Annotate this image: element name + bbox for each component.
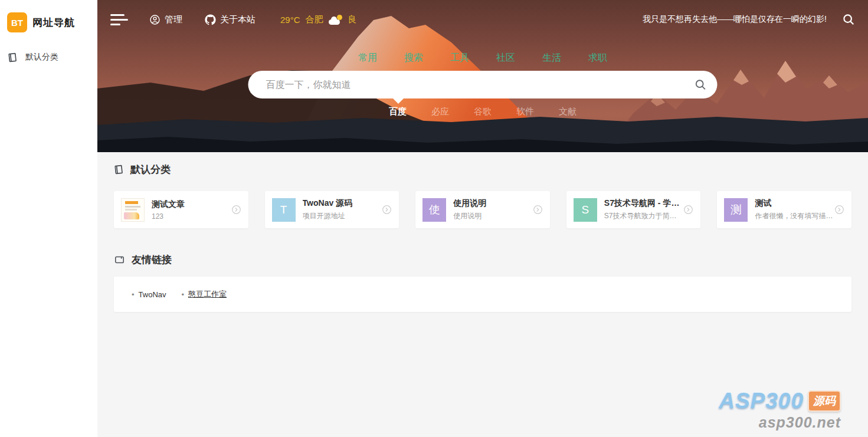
hitokoto-motto: 我只是不想再失去他——哪怕是仅存在一瞬的幻影! xyxy=(643,14,827,25)
weather-city: 合肥 xyxy=(306,14,323,25)
tab-shenghuo[interactable]: 生活 xyxy=(542,52,561,64)
github-icon xyxy=(205,14,216,25)
watermark-badge: 源码 xyxy=(808,390,841,412)
tab-shequ[interactable]: 社区 xyxy=(496,52,515,64)
category-tabs: 常用 搜索 工具 社区 生活 求职 xyxy=(97,52,868,64)
section-title: 默认分类 xyxy=(130,163,171,176)
search-input[interactable] xyxy=(248,71,718,98)
letter-tile-icon: 使 xyxy=(422,198,446,222)
active-engine-pointer-icon xyxy=(393,98,404,104)
section-default-category: 默认分类 xyxy=(114,163,851,176)
friend-link-label: TwoNav xyxy=(139,290,166,299)
card-title: 使用说明 xyxy=(453,198,486,209)
link-card-icon xyxy=(114,255,125,265)
chevron-right-icon xyxy=(382,205,392,215)
section-friend-links: 友情链接 xyxy=(114,253,851,267)
tab-qiuzhi[interactable]: 求职 xyxy=(588,52,607,64)
friend-link-handou[interactable]: • 憨豆工作室 xyxy=(182,289,227,300)
chevron-right-icon xyxy=(231,205,241,215)
asp300-watermark: ASP300 源码 asp300.net xyxy=(719,389,841,431)
link-card-twonav[interactable]: T TwoNav 源码 项目开源地址 xyxy=(265,191,399,228)
letter-tile-icon: S xyxy=(574,198,597,222)
menu-toggle-icon[interactable] xyxy=(110,14,128,25)
link-cards-grid: 测试文章 123 T TwoNav 源码 项目开源地址 使 xyxy=(114,191,851,228)
letter-tile-icon: 测 xyxy=(724,198,748,222)
tab-sousuo[interactable]: 搜索 xyxy=(404,52,423,64)
search-icon[interactable] xyxy=(842,13,855,26)
about-link[interactable]: 关于本站 xyxy=(205,14,256,25)
watermark-brand: ASP300 xyxy=(719,389,804,413)
site-title: 网址导航 xyxy=(32,16,75,29)
chevron-right-icon xyxy=(533,205,543,215)
hero-banner: 管理 关于本站 29°C 合肥 良 我只是不想再失去他——哪怕是仅存在一瞬的幻影… xyxy=(97,0,868,152)
card-subtitle: S7技术导航致力于简洁高... xyxy=(604,211,684,221)
sidebar: BT 网址导航 默认分类 xyxy=(0,0,97,437)
friend-link-twonav[interactable]: • TwoNav xyxy=(132,290,166,299)
link-card-usage[interactable]: 使 使用说明 使用说明 xyxy=(415,191,550,228)
search-submit-icon[interactable] xyxy=(695,78,707,91)
about-label: 关于本站 xyxy=(220,14,256,25)
chevron-right-icon xyxy=(683,205,693,215)
link-card-test[interactable]: 测 测试 作者很懒，没有填写描述。 xyxy=(717,191,851,228)
letter-tile-icon: T xyxy=(272,198,296,222)
card-title: 测试 xyxy=(755,198,834,209)
engine-tab-software[interactable]: 软件 xyxy=(516,106,534,117)
bullet-icon: • xyxy=(182,290,185,299)
air-quality-badge: 良 xyxy=(348,14,357,25)
tab-gongju[interactable]: 工具 xyxy=(450,52,469,64)
page: BT 网址导航 默认分类 xyxy=(0,0,868,437)
engine-tab-literature[interactable]: 文献 xyxy=(559,106,577,117)
section-title: 友情链接 xyxy=(132,253,172,267)
admin-label: 管理 xyxy=(165,14,182,25)
chevron-right-icon xyxy=(834,205,844,215)
card-subtitle: 项目开源地址 xyxy=(303,211,353,221)
card-title: S7技术导航网 - 学习技... xyxy=(604,198,684,209)
weather-widget[interactable]: 29°C 合肥 良 xyxy=(280,14,357,25)
topbar: 管理 关于本站 29°C 合肥 良 我只是不想再失去他——哪怕是仅存在一瞬的幻影… xyxy=(97,0,868,39)
engine-tab-google[interactable]: 谷歌 xyxy=(474,106,492,117)
engine-tab-bing[interactable]: 必应 xyxy=(431,106,449,117)
book-icon xyxy=(7,52,18,63)
logo[interactable]: BT 网址导航 xyxy=(0,0,97,32)
card-subtitle: 123 xyxy=(152,212,185,221)
weather-temperature: 29°C xyxy=(280,15,300,25)
link-card-s7nav[interactable]: S S7技术导航网 - 学习技... S7技术导航致力于简洁高... xyxy=(566,191,701,228)
card-title: 测试文章 xyxy=(152,199,185,210)
sidebar-item-default-category[interactable]: 默认分类 xyxy=(0,52,97,63)
logo-badge: BT xyxy=(7,12,27,32)
partly-cloudy-icon xyxy=(329,15,343,25)
engine-tab-baidu[interactable]: 百度 xyxy=(389,106,407,117)
search-bar xyxy=(248,71,718,98)
admin-link[interactable]: 管理 xyxy=(149,14,182,25)
user-icon xyxy=(149,14,161,25)
sidebar-item-label: 默认分类 xyxy=(25,52,58,63)
card-title: TwoNav 源码 xyxy=(303,198,353,209)
link-card-test-article[interactable]: 测试文章 123 xyxy=(114,191,248,228)
search-engine-tabs: 百度 必应 谷歌 软件 文献 xyxy=(97,106,868,117)
card-subtitle: 使用说明 xyxy=(453,211,486,221)
friend-link-label: 憨豆工作室 xyxy=(188,289,227,300)
card-subtitle: 作者很懒，没有填写描述。 xyxy=(755,211,834,221)
bullet-icon: • xyxy=(132,290,135,299)
book-icon xyxy=(113,164,125,175)
watermark-domain: asp300.net xyxy=(719,414,841,431)
friend-links-panel: • TwoNav • 憨豆工作室 xyxy=(114,277,851,312)
tab-changyong[interactable]: 常用 xyxy=(358,52,377,64)
site-thumbnail-image xyxy=(121,198,145,222)
